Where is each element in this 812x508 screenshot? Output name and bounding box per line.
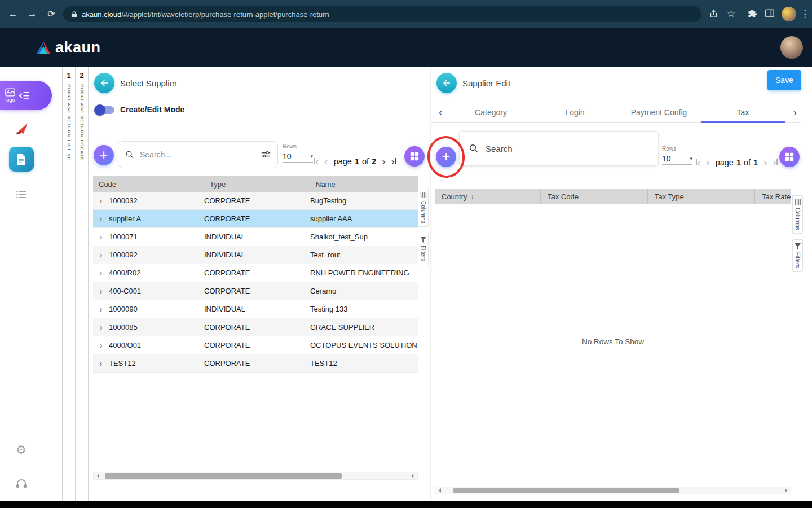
cell-code: 1000085 <box>109 323 204 331</box>
column-header-tax-code[interactable]: Tax Code <box>541 189 648 204</box>
column-header-tax-rate[interactable]: Tax Rate <box>755 189 791 204</box>
toggle-knob <box>94 104 105 116</box>
bookmark-star-icon[interactable]: ☆ <box>727 0 735 28</box>
first-page-button[interactable]: ‹ <box>314 156 319 167</box>
save-button[interactable]: Save <box>767 70 801 90</box>
filter-tune-icon[interactable] <box>261 151 271 159</box>
table-row[interactable]: ›TEST12CORPORATETEST12 <box>93 354 418 373</box>
grid-view-button[interactable] <box>404 146 425 167</box>
scrollbar-track[interactable] <box>100 472 411 479</box>
applet-icon-document[interactable] <box>0 147 42 172</box>
rows-per-page-select[interactable]: 10 ▾ <box>283 152 313 163</box>
row-expand-icon[interactable]: › <box>93 196 109 205</box>
row-expand-icon[interactable]: › <box>93 340 109 350</box>
row-expand-icon[interactable]: › <box>93 286 109 296</box>
settings-gear-icon[interactable]: ⚙ <box>0 444 42 456</box>
table-row[interactable]: ›1000032CORPORATEBugTesting <box>93 192 418 210</box>
cell-code: 4000/R02 <box>109 269 204 277</box>
table-row[interactable]: ›1000071INDIVIDUALShaikot_test_Sup <box>93 228 418 246</box>
row-expand-icon[interactable]: › <box>93 358 109 368</box>
tab-login[interactable]: Login <box>533 102 617 123</box>
scroll-right-arrow[interactable] <box>784 487 791 494</box>
scroll-right-arrow[interactable] <box>411 472 417 479</box>
add-supplier-button[interactable]: + <box>94 145 114 165</box>
tax-search-box[interactable] <box>459 131 659 166</box>
column-header-tax-type[interactable]: Tax Type <box>648 189 755 204</box>
row-expand-icon[interactable]: › <box>93 214 109 224</box>
workspace-tab-listing[interactable]: 1 PURCHASE RETURN LISTING <box>63 67 76 501</box>
row-expand-icon[interactable]: › <box>93 250 109 260</box>
table-row[interactable]: ›4000/O01CORPORATEOCTOPUS EVENTS SOLUTIO… <box>93 336 418 354</box>
sort-desc-icon: ↓ <box>471 192 474 200</box>
app-logo[interactable]: akaun <box>36 28 101 67</box>
address-bar[interactable]: akaun.cloud/#/applet/tnt/wavelet/erp/pur… <box>63 6 701 22</box>
column-header-type[interactable]: Type <box>204 180 310 189</box>
caret-down-icon: ▾ <box>690 156 692 161</box>
table-row[interactable]: ›400-C001CORPORATECeramo <box>93 282 418 300</box>
tax-search-input[interactable] <box>484 143 649 154</box>
filters-side-tab[interactable]: Filters <box>792 239 803 271</box>
next-page-button[interactable]: › <box>382 156 385 167</box>
browser-back-button[interactable]: ← <box>6 0 20 28</box>
tabs-scroll-left-icon[interactable]: ‹ <box>439 106 442 119</box>
cell-code: 1000071 <box>109 233 204 241</box>
table-row[interactable]: ›1000090INDIVIDUALTesting 133 <box>93 300 418 318</box>
columns-side-tab[interactable]: Columns <box>792 195 803 234</box>
column-header-code[interactable]: Code <box>93 180 204 189</box>
previous-page-button[interactable]: ‹ <box>706 157 709 168</box>
table-row[interactable]: ›4000/R02CORPORATERNH POWER ENGINEERING <box>93 264 418 282</box>
tab-payment-config[interactable]: Payment Config <box>617 102 701 123</box>
scrollbar-thumb[interactable] <box>453 488 679 493</box>
browser-refresh-button[interactable]: ⟳ <box>44 0 59 28</box>
back-button[interactable] <box>436 73 457 93</box>
browser-menu-icon[interactable]: ⋮ <box>800 0 810 28</box>
table-row[interactable]: ›1000085CORPORATEGRACE SUPPLIER <box>93 318 418 336</box>
tab-number: 2 <box>80 71 83 80</box>
grid-view-button[interactable] <box>779 147 800 167</box>
browser-forward-button[interactable]: → <box>25 0 39 28</box>
share-icon[interactable] <box>709 9 718 19</box>
filters-side-tab[interactable]: Filters <box>418 233 429 265</box>
create-edit-mode-toggle[interactable] <box>95 106 114 114</box>
scrollbar-track[interactable] <box>442 487 784 494</box>
applet-icon-red[interactable] <box>0 122 42 135</box>
side-panel-icon[interactable] <box>765 9 774 17</box>
table-row[interactable]: ›supplier ACORPORATEsupplier AAA <box>93 210 418 228</box>
scroll-left-arrow[interactable] <box>94 472 100 479</box>
row-expand-icon[interactable]: › <box>93 232 109 242</box>
support-headset-icon[interactable] <box>0 479 42 489</box>
user-avatar[interactable] <box>780 36 803 59</box>
row-expand-icon[interactable]: › <box>93 322 109 332</box>
tabs-scroll-right-icon[interactable]: › <box>793 106 797 119</box>
browser-profile-avatar[interactable] <box>782 7 796 21</box>
column-header-country[interactable]: Country ↓ <box>435 189 541 204</box>
extensions-icon[interactable] <box>748 9 757 19</box>
horizontal-scrollbar[interactable] <box>93 472 418 480</box>
sidebar-collapse-icon[interactable] <box>19 91 30 100</box>
supplier-search-box[interactable] <box>118 141 278 168</box>
table-row[interactable]: ›1000092INDIVIDUALTest_rout <box>93 246 418 264</box>
tab-category[interactable]: Category <box>449 102 533 123</box>
document-tile <box>9 147 34 172</box>
supplier-search-input[interactable] <box>139 150 257 160</box>
last-page-button[interactable]: › <box>391 156 396 167</box>
horizontal-scrollbar[interactable] <box>435 487 791 494</box>
row-expand-icon[interactable]: › <box>93 268 109 278</box>
column-header-name[interactable]: Name <box>310 180 418 189</box>
applet-logo-pill[interactable]: logo <box>0 81 52 110</box>
back-button[interactable] <box>94 73 114 93</box>
list-menu-icon[interactable] <box>0 191 42 199</box>
rows-per-page-select[interactable]: 10 ▾ <box>662 154 692 165</box>
first-page-button[interactable]: ‹ <box>696 157 700 168</box>
previous-page-button[interactable]: ‹ <box>324 156 328 167</box>
row-expand-icon[interactable]: › <box>93 304 109 314</box>
last-page-button[interactable]: › <box>773 157 778 168</box>
add-tax-button[interactable]: + <box>436 147 456 167</box>
page-indicator: page1of2 <box>334 157 377 166</box>
workspace-tab-create[interactable]: 2 PURCHASE RETURN CREATE <box>76 67 89 501</box>
tab-tax[interactable]: Tax <box>701 102 785 123</box>
columns-side-tab[interactable]: Columns <box>418 189 429 227</box>
scrollbar-thumb[interactable] <box>105 473 342 479</box>
scroll-left-arrow[interactable] <box>435 487 442 494</box>
next-page-button[interactable]: › <box>764 157 767 168</box>
